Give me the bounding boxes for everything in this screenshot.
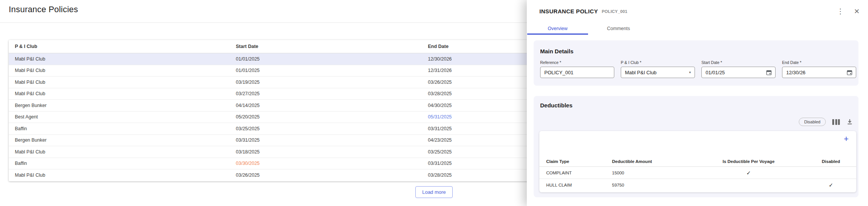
cell-club: Mabl P&I Club (15, 80, 236, 85)
cell-start-date: 04/14/2025 (236, 103, 428, 108)
cell-start-date: 03/31/2025 (236, 137, 428, 143)
calendar-icon[interactable] (766, 69, 772, 76)
column-header-start-date[interactable]: Start Date (236, 44, 428, 49)
close-icon[interactable]: ✕ (853, 7, 860, 16)
start-date-field-group: Start Date * 01/01/25 (701, 60, 776, 78)
main-details-card: Main Details Reference * P & I Club * Ma… (534, 40, 858, 86)
view-columns-icon[interactable] (832, 119, 840, 125)
start-date-field[interactable]: 01/01/25 (701, 67, 776, 78)
cell-start-date: 01/01/2025 (236, 56, 428, 62)
cell-start-date-warning: 03/30/2025 (236, 161, 428, 166)
cell-start-date: 03/19/2025 (236, 80, 428, 85)
start-date-value: 01/01/25 (706, 70, 764, 75)
kebab-menu-icon[interactable]: ⋮ (836, 7, 845, 16)
panel-subtitle: POLICY_001 (602, 9, 627, 14)
deductibles-card: Deductibles Disabled + Claim Type Deduct… (534, 96, 858, 197)
cell-club: Baffin (15, 126, 236, 131)
deductibles-table-body: COMPLAINT 15000 ✓ HULL CLAIM 59750 ✓ (539, 167, 856, 191)
cell-club: Mabl P&I Club (15, 56, 236, 62)
end-date-field-group: End Date * 12/30/26 (782, 60, 856, 78)
club-field-group: P & I Club * Mabl P&I Club ▼ (621, 60, 695, 78)
cell-club: Mabl P&I Club (15, 68, 236, 73)
deductibles-heading: Deductibles (540, 102, 572, 109)
deductibles-table: Claim Type Deductible Amount Is Deductib… (539, 156, 856, 191)
reference-field[interactable] (540, 67, 614, 78)
cell-club: Mabl P&I Club (15, 149, 236, 155)
deductibles-controls: Disabled (799, 118, 853, 126)
cell-start-date: 05/20/2025 (236, 114, 428, 120)
panel-title: INSURANCE POLICY (539, 8, 598, 14)
cell-club: Mabl P&I Club (15, 172, 236, 178)
main-details-fields: Reference * P & I Club * Mabl P&I Club ▼… (540, 60, 856, 78)
column-header-club[interactable]: P & I Club (15, 44, 236, 49)
tab-comments[interactable]: Comments (588, 22, 649, 35)
cell-start-date: 03/27/2025 (236, 91, 428, 96)
cell-start-date: 03/18/2025 (236, 149, 428, 155)
download-icon[interactable] (846, 118, 853, 125)
cell-deductible-amount: 59750 (612, 183, 692, 187)
tab-overview[interactable]: Overview (527, 22, 588, 35)
panel-header: INSURANCE POLICY POLICY_001 ⋮ ✕ (539, 7, 860, 16)
chevron-down-icon: ▼ (688, 71, 692, 74)
cell-claim-type: COMPLAINT (546, 171, 612, 175)
table-row[interactable]: COMPLAINT 15000 ✓ (539, 167, 856, 179)
cell-start-date: 01/01/2025 (236, 68, 428, 73)
deductibles-table-header: Claim Type Deductible Amount Is Deductib… (539, 156, 856, 167)
cell-claim-type: HULL CLAIM (546, 183, 612, 187)
club-label: P & I Club * (621, 60, 695, 65)
panel-tabs: Overview Comments (527, 22, 649, 35)
cell-start-date: 03/25/2025 (236, 126, 428, 131)
cell-club: Mabl P&I Club (15, 91, 236, 96)
cell-start-date: 03/26/2025 (236, 172, 428, 178)
panel-actions: ⋮ ✕ (836, 7, 860, 16)
column-header-deductible-amount: Deductible Amount (612, 159, 692, 164)
insurance-policy-panel: INSURANCE POLICY POLICY_001 ⋮ ✕ Overview… (527, 0, 868, 206)
start-date-label: Start Date * (701, 60, 776, 65)
reference-field-group: Reference * (540, 60, 614, 78)
disabled-filter-chip[interactable]: Disabled (799, 118, 826, 126)
club-select-value: Mabl P&I Club (625, 70, 687, 75)
main-details-heading: Main Details (540, 48, 574, 54)
end-date-value: 12/30/26 (786, 70, 845, 75)
cell-club: Bergen Bunker (15, 103, 236, 108)
add-deductible-icon[interactable]: + (842, 133, 850, 145)
cell-club: Best Agent (15, 114, 236, 120)
app-root: Insurance Policies P & I Club Start Date… (0, 0, 868, 206)
check-icon: ✓ (829, 182, 833, 188)
club-select[interactable]: Mabl P&I Club ▼ (621, 67, 695, 78)
column-header-disabled: Disabled (806, 159, 856, 164)
cell-club: Baffin (15, 161, 236, 166)
column-header-claim-type: Claim Type (546, 159, 612, 164)
reference-input[interactable] (544, 70, 611, 75)
deductibles-inner-card: + Claim Type Deductible Amount Is Deduct… (539, 131, 856, 192)
end-date-label: End Date * (782, 60, 856, 65)
reference-label: Reference * (540, 60, 614, 65)
cell-club: Bergen Bunker (15, 137, 236, 143)
load-more-button[interactable]: Load more (415, 186, 453, 198)
column-header-per-voyage: Is Deductible Per Voyage (692, 159, 806, 164)
page-title: Insurance Policies (9, 5, 78, 14)
end-date-field[interactable]: 12/30/26 (782, 67, 856, 78)
cell-deductible-amount: 15000 (612, 171, 692, 175)
check-icon: ✓ (746, 170, 751, 176)
table-row[interactable]: HULL CLAIM 59750 ✓ (539, 179, 856, 191)
calendar-icon[interactable] (846, 69, 853, 76)
